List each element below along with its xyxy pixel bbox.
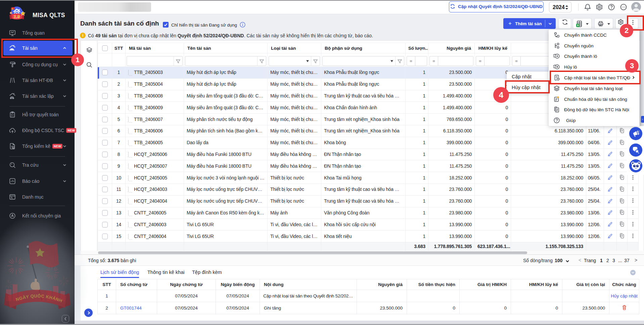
svg-text:X: X [577,24,579,27]
svg-text:2.9: 2.9 [14,14,20,19]
